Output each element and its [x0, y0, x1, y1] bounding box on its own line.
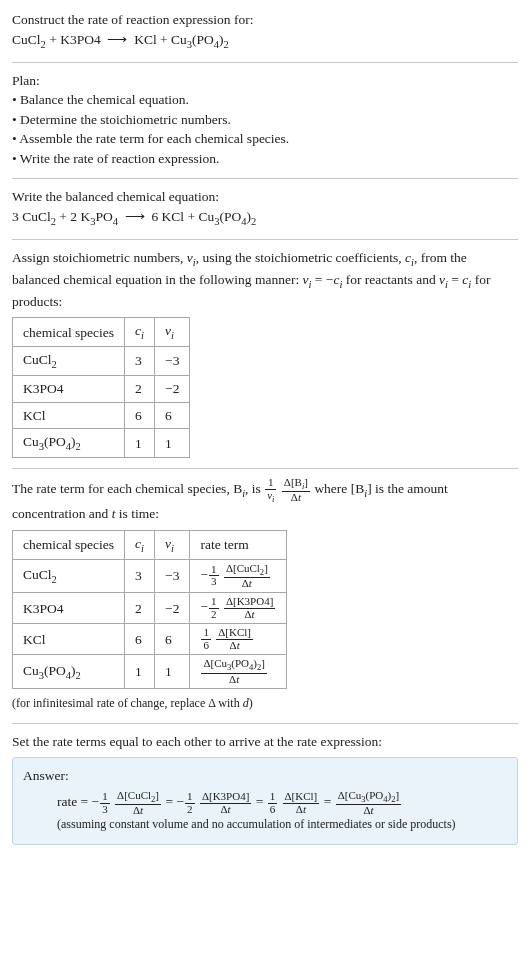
col-vi: νi: [155, 530, 190, 559]
table-row: CuCl2 3 −3 −13 Δ[CuCl2]Δt: [13, 559, 287, 593]
rateterm-intro: The rate term for each chemical species,…: [12, 477, 518, 523]
cell-ci: 6: [125, 624, 155, 655]
cell-vi: −3: [155, 559, 190, 593]
plan-list: • Balance the chemical equation. • Deter…: [12, 90, 518, 168]
cell-rate: Δ[Cu3(PO4)2]Δt: [190, 655, 287, 689]
divider: [12, 239, 518, 240]
cell-ci: 3: [125, 559, 155, 593]
divider: [12, 723, 518, 724]
cell-ci: 1: [125, 655, 155, 689]
balanced-block: Write the balanced chemical equation: 3 …: [12, 187, 518, 229]
plan-item: • Determine the stoichiometric numbers.: [12, 110, 518, 130]
table-header-row: chemical species ci νi: [13, 318, 190, 347]
balanced-title: Write the balanced chemical equation:: [12, 187, 518, 207]
cell-species: K3PO4: [13, 376, 125, 403]
cell-species: Cu3(PO4)2: [13, 655, 125, 689]
cell-vi: 6: [155, 624, 190, 655]
col-ci: ci: [125, 318, 155, 347]
answer-label: Answer:: [23, 766, 507, 786]
cell-rate: −12 Δ[K3PO4]Δt: [190, 593, 287, 624]
table-row: Cu3(PO4)2 1 1 Δ[Cu3(PO4)2]Δt: [13, 655, 287, 689]
table-header-row: chemical species ci νi rate term: [13, 530, 287, 559]
final-block: Set the rate terms equal to each other t…: [12, 732, 518, 845]
col-rate: rate term: [190, 530, 287, 559]
cell-rate: 16 Δ[KCl]Δt: [190, 624, 287, 655]
divider: [12, 178, 518, 179]
rateterm-block: The rate term for each chemical species,…: [12, 477, 518, 712]
plan-item: • Write the rate of reaction expression.: [12, 149, 518, 169]
rate-expression: rate = −13 Δ[CuCl2]Δt = −12 Δ[K3PO4]Δt =…: [23, 790, 507, 817]
prompt-block: Construct the rate of reaction expressio…: [12, 10, 518, 52]
col-ci: ci: [125, 530, 155, 559]
col-species: chemical species: [13, 530, 125, 559]
cell-vi: 6: [155, 402, 190, 429]
rateterm-table: chemical species ci νi rate term CuCl2 3…: [12, 530, 287, 690]
table-row: KCl 6 6: [13, 402, 190, 429]
cell-vi: −2: [155, 593, 190, 624]
cell-vi: 1: [155, 655, 190, 689]
cell-ci: 6: [125, 402, 155, 429]
plan-block: Plan: • Balance the chemical equation. •…: [12, 71, 518, 169]
cell-ci: 1: [125, 429, 155, 458]
cell-species: KCl: [13, 402, 125, 429]
plan-item: • Assemble the rate term for each chemic…: [12, 129, 518, 149]
unbalanced-equation: CuCl2 + K3PO4 ⟶ KCl + Cu3(PO4)2: [12, 30, 518, 52]
divider: [12, 468, 518, 469]
final-intro: Set the rate terms equal to each other t…: [12, 732, 518, 752]
cell-vi: 1: [155, 429, 190, 458]
divider: [12, 62, 518, 63]
table-row: K3PO4 2 −2: [13, 376, 190, 403]
stoich-intro: Assign stoichiometric numbers, νi, using…: [12, 248, 518, 311]
table-row: K3PO4 2 −2 −12 Δ[K3PO4]Δt: [13, 593, 287, 624]
table-row: Cu3(PO4)2 1 1: [13, 429, 190, 458]
table-row: CuCl2 3 −3: [13, 347, 190, 376]
stoich-block: Assign stoichiometric numbers, νi, using…: [12, 248, 518, 458]
rateterm-note: (for infinitesimal rate of change, repla…: [12, 695, 518, 712]
plan-item: • Balance the chemical equation.: [12, 90, 518, 110]
cell-vi: −3: [155, 347, 190, 376]
cell-species: CuCl2: [13, 347, 125, 376]
col-species: chemical species: [13, 318, 125, 347]
cell-species: CuCl2: [13, 559, 125, 593]
prompt-text: Construct the rate of reaction expressio…: [12, 10, 518, 30]
cell-species: Cu3(PO4)2: [13, 429, 125, 458]
answer-box: Answer: rate = −13 Δ[CuCl2]Δt = −12 Δ[K3…: [12, 757, 518, 845]
stoich-table: chemical species ci νi CuCl2 3 −3 K3PO4 …: [12, 317, 190, 458]
col-vi: νi: [155, 318, 190, 347]
cell-ci: 2: [125, 376, 155, 403]
cell-vi: −2: [155, 376, 190, 403]
assumption-note: (assuming constant volume and no accumul…: [23, 816, 507, 833]
cell-ci: 3: [125, 347, 155, 376]
balanced-equation: 3 CuCl2 + 2 K3PO4 ⟶ 6 KCl + Cu3(PO4)2: [12, 207, 518, 229]
table-row: KCl 6 6 16 Δ[KCl]Δt: [13, 624, 287, 655]
cell-species: K3PO4: [13, 593, 125, 624]
plan-title: Plan:: [12, 71, 518, 91]
cell-rate: −13 Δ[CuCl2]Δt: [190, 559, 287, 593]
cell-ci: 2: [125, 593, 155, 624]
cell-species: KCl: [13, 624, 125, 655]
